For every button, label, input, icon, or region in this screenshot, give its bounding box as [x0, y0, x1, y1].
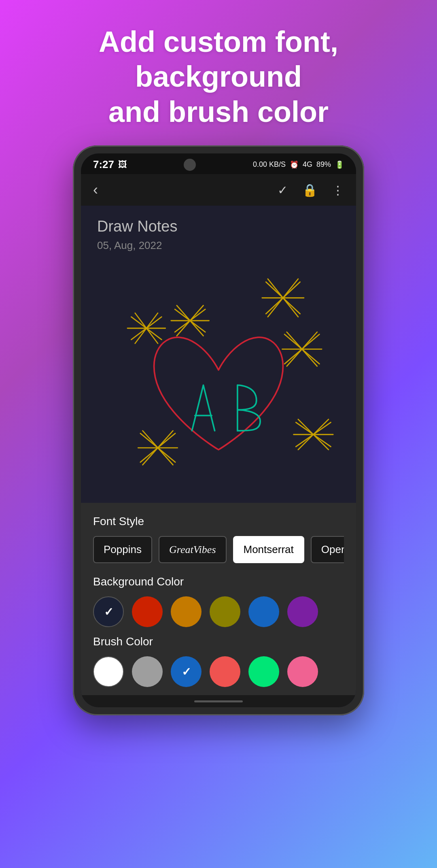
brush-color-red[interactable]: [210, 656, 240, 687]
background-color-row: ✓: [93, 596, 344, 627]
brush-color-row: ✓: [93, 656, 344, 687]
bg-color-olive[interactable]: [210, 596, 240, 627]
note-title: Draw Notes: [97, 218, 340, 235]
brush-color-blue[interactable]: ✓: [171, 656, 202, 687]
more-options-button[interactable]: ⋮: [332, 183, 344, 197]
back-button[interactable]: ‹: [93, 181, 98, 198]
battery-icon: 🔋: [335, 160, 344, 169]
alarm-icon: ⏰: [290, 160, 299, 169]
signal-icon: 4G: [303, 160, 312, 169]
network-icon: 0.00 KB/S: [253, 160, 286, 169]
font-greatvibes-button[interactable]: GreatVibes: [159, 536, 227, 563]
lock-button[interactable]: 🔒: [302, 183, 317, 197]
promo-title: Add custom font, background and brush co…: [32, 24, 405, 129]
promo-header: Add custom font, background and brush co…: [0, 0, 437, 145]
battery-text: 89%: [316, 160, 331, 169]
status-time: 7:27: [93, 158, 114, 171]
bg-color-blue[interactable]: [248, 596, 279, 627]
drawing-canvas[interactable]: [97, 260, 340, 503]
brush-color-pink[interactable]: [287, 656, 318, 687]
home-indicator: [194, 700, 243, 702]
background-color-label: Background Color: [93, 575, 344, 588]
font-style-label: Font Style: [93, 515, 344, 528]
save-check-button[interactable]: ✓: [278, 183, 288, 197]
font-poppins-button[interactable]: Poppins: [93, 536, 152, 563]
status-bar: 7:27 🖼 0.00 KB/S ⏰ 4G 89% 🔋: [81, 153, 356, 174]
font-opensans-button[interactable]: Opensa: [311, 536, 344, 563]
brush-color-green[interactable]: [248, 656, 279, 687]
bg-color-orange[interactable]: [171, 596, 202, 627]
brush-color-white[interactable]: [93, 656, 124, 687]
phone-device: 7:27 🖼 0.00 KB/S ⏰ 4G 89% 🔋 ‹ ✓ 🔒 ⋮: [73, 145, 364, 715]
font-montserrat-button[interactable]: Montserrat: [233, 536, 304, 563]
app-bar: ‹ ✓ 🔒 ⋮: [81, 174, 356, 206]
brush-color-gray[interactable]: [132, 656, 163, 687]
brush-color-label: Brush Color: [93, 635, 344, 648]
bg-color-dark[interactable]: ✓: [93, 596, 124, 627]
bg-color-purple[interactable]: [287, 596, 318, 627]
bottom-panel: Font Style Poppins GreatVibes Montserrat…: [81, 503, 356, 695]
camera-notch: [184, 159, 196, 171]
font-style-row: Poppins GreatVibes Montserrat Opensa: [93, 536, 344, 563]
brush-selected-check: ✓: [182, 665, 191, 679]
gallery-icon: 🖼: [118, 160, 127, 170]
bg-color-red[interactable]: [132, 596, 163, 627]
note-content-area: Draw Notes 05, Aug, 2022: [81, 206, 356, 503]
bottom-nav-bar: [81, 695, 356, 707]
note-date: 05, Aug, 2022: [97, 239, 340, 252]
bg-selected-check: ✓: [104, 605, 113, 619]
